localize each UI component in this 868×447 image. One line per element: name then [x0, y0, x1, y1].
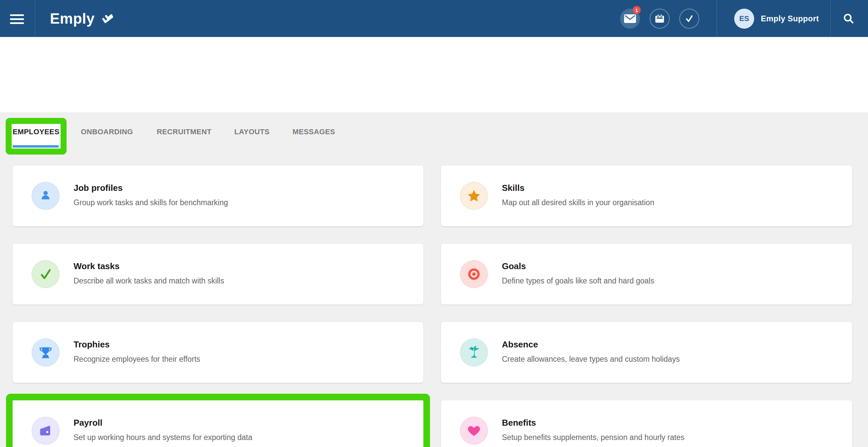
user-menu[interactable]: ES Emply Support [734, 0, 819, 37]
star-icon-circle [460, 182, 488, 210]
card-description: Map out all desired skills in your organ… [502, 198, 654, 207]
navbar-divider [35, 0, 35, 37]
tab-recruitment[interactable]: RECRUITMENT [157, 127, 212, 136]
tab-onboarding[interactable]: ONBOARDING [81, 127, 133, 136]
card-trophies[interactable]: Trophies Recognize employees for their e… [13, 322, 423, 383]
target-icon-circle [460, 260, 488, 288]
wallet-icon-circle [32, 417, 60, 445]
card-goals[interactable]: Goals Define types of goals like soft an… [441, 244, 852, 304]
palm-tree-icon-circle [460, 338, 488, 366]
trophy-icon-circle [32, 338, 60, 366]
user-avatar: ES [734, 9, 754, 29]
navbar-divider [717, 0, 717, 37]
user-name: Emply Support [761, 14, 819, 23]
template-cards-grid: Job profiles Group work tasks and skills… [13, 166, 852, 447]
annotation-box-employees-tab [6, 118, 67, 154]
emply-logo-icon [99, 11, 116, 27]
card-description: Setup benefits supplements, pension and … [502, 433, 685, 442]
tab-employees[interactable]: EMPLOYEES [13, 127, 60, 136]
card-description: Recognize employees for their efforts [73, 355, 200, 364]
page-header [0, 37, 868, 113]
mail-icon [624, 14, 636, 23]
check-icon-circle [32, 260, 60, 288]
card-description: Describe all work tasks and match with s… [73, 276, 224, 286]
star-icon [466, 188, 482, 204]
card-title: Job profiles [73, 183, 122, 193]
tab-layouts[interactable]: LAYOUTS [234, 127, 270, 136]
tasks-button[interactable] [679, 9, 699, 29]
person-icon [38, 188, 53, 204]
card-work-tasks[interactable]: Work tasks Describe all work tasks and m… [13, 244, 423, 304]
card-title: Work tasks [73, 261, 120, 271]
tab-messages[interactable]: MESSAGES [292, 127, 335, 136]
search-icon [843, 13, 855, 25]
card-payroll[interactable]: Payroll Set up working hours and systems… [13, 400, 423, 447]
brand-logo[interactable]: Emply [50, 0, 116, 37]
top-navbar: Emply 1 ES Emply Support [0, 0, 868, 37]
wallet-icon [38, 423, 53, 438]
brand-name: Emply [50, 10, 95, 27]
heart-icon [466, 423, 482, 438]
inbox-button[interactable]: 1 [620, 9, 640, 29]
card-title: Payroll [73, 418, 102, 428]
target-icon [466, 266, 482, 282]
search-button[interactable] [839, 9, 859, 29]
card-skills[interactable]: Skills Map out all desired skills in you… [441, 166, 852, 226]
person-icon-circle [32, 182, 60, 210]
palm-tree-icon [466, 345, 482, 360]
hamburger-menu-icon[interactable] [9, 0, 29, 37]
check-icon [38, 266, 53, 282]
card-description: Create allowances, leave types and custo… [502, 355, 680, 364]
card-benefits[interactable]: Benefits Setup benefits supplements, pen… [441, 400, 852, 447]
calendar-button[interactable] [650, 9, 670, 29]
card-description: Define types of goals like soft and hard… [502, 276, 654, 286]
card-absence[interactable]: Absence Create allowances, leave types a… [441, 322, 852, 383]
card-title: Trophies [73, 339, 110, 350]
card-title: Skills [502, 183, 525, 193]
card-title: Benefits [502, 418, 536, 428]
heart-icon-circle [460, 417, 488, 445]
active-tab-underline [13, 145, 59, 148]
card-title: Absence [502, 339, 538, 350]
card-description: Set up working hours and systems for exp… [73, 433, 252, 442]
card-title: Goals [502, 261, 526, 271]
notification-badge: 1 [633, 6, 641, 14]
trophy-icon [38, 345, 53, 360]
card-job-profiles[interactable]: Job profiles Group work tasks and skills… [13, 166, 423, 226]
navbar-divider [830, 0, 831, 37]
card-description: Group work tasks and skills for benchmar… [73, 198, 228, 207]
calendar-icon [654, 13, 665, 24]
checkmark-icon [684, 14, 694, 24]
